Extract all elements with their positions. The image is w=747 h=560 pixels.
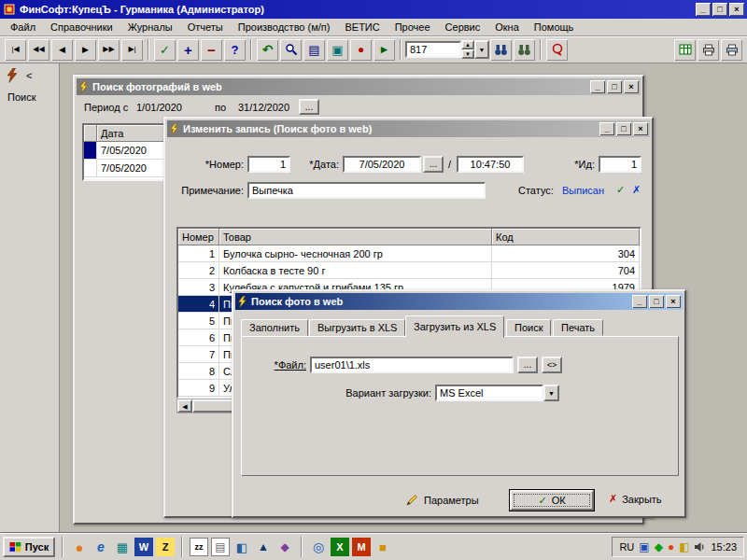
time-input[interactable]: 10:47:50 bbox=[457, 156, 524, 173]
dialog-titlebar[interactable]: Поиск фото в web _ □ × bbox=[235, 293, 683, 310]
period-from-value[interactable]: 1/01/2020 bbox=[136, 102, 182, 113]
menu-help[interactable]: Помощь bbox=[528, 20, 581, 35]
sidebar-item-search[interactable]: Поиск bbox=[0, 88, 59, 106]
find-button[interactable] bbox=[490, 39, 512, 61]
tab-import-xls[interactable]: Загрузить из XLS bbox=[405, 315, 504, 338]
note-input[interactable]: Выпечка bbox=[247, 182, 486, 199]
nav-prev-fast-button[interactable]: ◀◀ bbox=[28, 39, 49, 61]
edit-minimize-button[interactable]: _ bbox=[599, 122, 614, 135]
taskbar-app-notes[interactable]: Z bbox=[156, 538, 175, 556]
tray-icon-red[interactable]: ● bbox=[668, 540, 674, 553]
table-row[interactable]: 2 Колбаска в тесте 90 г 704 bbox=[178, 262, 640, 279]
taskbar-app-ms[interactable]: M bbox=[352, 538, 371, 556]
taskbar-app-excel[interactable]: X bbox=[331, 538, 349, 556]
main-titlebar[interactable]: ФинСофт:КупецЪ - Гурманика (Администрато… bbox=[0, 0, 747, 19]
column-header-product[interactable]: Товар bbox=[219, 229, 492, 245]
table-row[interactable]: 1 Булочка сырно- чесночная 200 гр 304 bbox=[178, 245, 640, 262]
find-next-button[interactable] bbox=[514, 39, 535, 61]
period-ellipsis-button[interactable]: ... bbox=[299, 99, 319, 115]
monitor-button[interactable]: ▣ bbox=[327, 39, 348, 61]
select-tool-button[interactable] bbox=[546, 39, 568, 61]
scroll-left-button[interactable]: ◀ bbox=[177, 399, 192, 413]
print-preview-button[interactable] bbox=[721, 39, 742, 61]
parameters-button[interactable]: Параметры bbox=[405, 493, 479, 507]
tab-fill[interactable]: Заполнить bbox=[241, 319, 308, 336]
taskbar-app-calc[interactable]: ◧ bbox=[233, 538, 251, 556]
menu-reports[interactable]: Отчеты bbox=[181, 20, 230, 35]
print-button[interactable] bbox=[698, 39, 719, 61]
date-column-header[interactable]: Дата bbox=[97, 125, 164, 142]
menu-other[interactable]: Прочее bbox=[388, 20, 437, 35]
nav-first-button[interactable]: |◀ bbox=[5, 39, 26, 61]
column-header-number[interactable]: Номер bbox=[178, 229, 219, 245]
date-ellipsis-button[interactable]: ... bbox=[423, 156, 444, 173]
run-button[interactable]: ► bbox=[374, 39, 395, 61]
tray-icon-green[interactable]: ◆ bbox=[655, 540, 663, 553]
taskbar-app-desktop[interactable]: ▦ bbox=[113, 538, 132, 556]
load-variant-select[interactable]: MS Excel bbox=[435, 385, 543, 401]
taskbar-app-doc[interactable]: ▤ bbox=[211, 538, 230, 556]
record-button[interactable]: ● bbox=[350, 39, 372, 61]
photos-maximize-button[interactable]: □ bbox=[607, 80, 622, 93]
nav-last-button[interactable]: ▶| bbox=[121, 39, 143, 61]
file-input[interactable]: user01\1.xls bbox=[310, 357, 514, 373]
clock[interactable]: 15:23 bbox=[711, 541, 737, 553]
menu-directories[interactable]: Справочники bbox=[44, 20, 120, 35]
tab-export-xls[interactable]: Выгрузить в XLS bbox=[309, 319, 405, 336]
file-swap-button[interactable]: <> bbox=[542, 357, 562, 373]
spin-down-button[interactable]: ▼ bbox=[461, 49, 474, 59]
start-button[interactable]: Пуск bbox=[3, 537, 55, 557]
file-browse-button[interactable]: ... bbox=[517, 357, 538, 373]
record-number-input[interactable]: 817 bbox=[405, 41, 461, 58]
tray-icon-blue[interactable]: ▣ bbox=[639, 540, 649, 553]
main-minimize-button[interactable]: _ bbox=[696, 3, 711, 16]
menu-journals[interactable]: Журналы bbox=[121, 20, 179, 35]
nav-next-fast-button[interactable]: ▶▶ bbox=[98, 39, 120, 61]
dialog-minimize-button[interactable]: _ bbox=[632, 295, 647, 308]
taskbar-app-triangle[interactable]: ▲ bbox=[254, 538, 273, 556]
taskbar-app-browser[interactable]: ● bbox=[70, 538, 89, 556]
taskbar-app-diamond[interactable]: ◆ bbox=[275, 538, 294, 556]
tray-icon-yellow[interactable]: ◧ bbox=[679, 540, 689, 553]
taskbar-app-word[interactable]: W bbox=[134, 538, 153, 556]
app-icon[interactable] bbox=[3, 3, 16, 16]
load-variant-dropdown-button[interactable]: ▼ bbox=[543, 385, 559, 401]
dialog-close-button[interactable]: × bbox=[666, 295, 681, 308]
period-to-value[interactable]: 31/12/2020 bbox=[238, 102, 289, 113]
add-record-button[interactable]: + bbox=[177, 39, 199, 61]
sidebar-collapse-button[interactable]: < bbox=[26, 70, 32, 81]
column-header-code[interactable]: Код bbox=[492, 229, 640, 245]
main-maximize-button[interactable]: □ bbox=[712, 3, 727, 16]
confirm-button[interactable]: ✓ bbox=[154, 39, 176, 61]
help-button[interactable]: ? bbox=[224, 39, 246, 61]
photos-minimize-button[interactable]: _ bbox=[590, 80, 605, 93]
status-clear-icon[interactable]: ✗ bbox=[632, 184, 641, 196]
nav-prev-button[interactable]: ◀ bbox=[51, 39, 73, 61]
taskbar-app-zz[interactable]: zz bbox=[190, 538, 208, 556]
status-set-icon[interactable]: ✓ bbox=[616, 184, 625, 196]
edit-window-titlebar[interactable]: Изменить запись (Поиск фото в web) _ □ × bbox=[167, 120, 650, 137]
edit-maximize-button[interactable]: □ bbox=[616, 122, 631, 135]
menu-vetis[interactable]: ВЕТИС bbox=[338, 20, 386, 35]
zoom-button[interactable] bbox=[280, 39, 302, 61]
view-list-button[interactable]: ▤ bbox=[303, 39, 325, 61]
nav-next-button[interactable]: ▶ bbox=[75, 39, 96, 61]
tab-print[interactable]: Печать bbox=[553, 319, 603, 336]
menu-service[interactable]: Сервис bbox=[439, 20, 487, 35]
menu-windows[interactable]: Окна bbox=[488, 20, 526, 35]
table-view-button[interactable] bbox=[674, 39, 696, 61]
language-indicator[interactable]: RU bbox=[619, 541, 634, 553]
ok-button[interactable]: ✓ ОК bbox=[509, 489, 595, 511]
edit-close-button[interactable]: × bbox=[633, 122, 648, 135]
record-dropdown-button[interactable]: ▼ bbox=[474, 40, 489, 59]
main-close-button[interactable]: × bbox=[729, 3, 744, 16]
photos-close-button[interactable]: × bbox=[624, 80, 639, 93]
date-cell[interactable]: 7/05/2020 bbox=[97, 142, 164, 160]
date-cell[interactable]: 7/05/2020 bbox=[97, 160, 164, 177]
photos-window-titlebar[interactable]: Поиск фотографий в web _ □ × bbox=[77, 78, 641, 95]
spin-up-button[interactable]: ▲ bbox=[461, 40, 474, 49]
number-input[interactable]: 1 bbox=[247, 156, 290, 173]
close-dialog-button[interactable]: ✗ Закрыть bbox=[609, 493, 662, 505]
taskbar-app-folder[interactable]: ■ bbox=[374, 538, 392, 556]
id-input[interactable]: 1 bbox=[599, 156, 641, 173]
